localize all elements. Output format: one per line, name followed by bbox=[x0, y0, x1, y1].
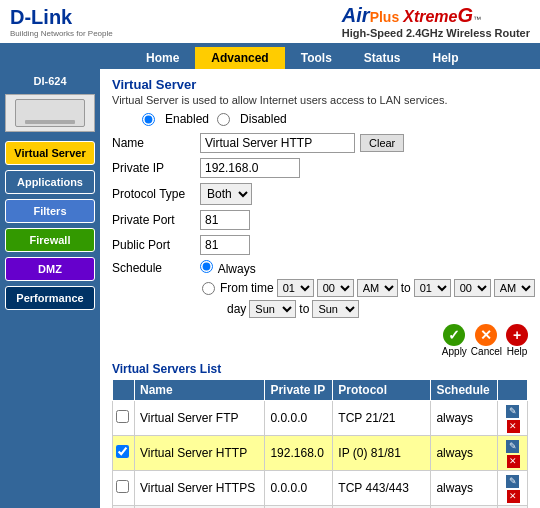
radio-disabled[interactable] bbox=[217, 113, 230, 126]
public-port-input[interactable] bbox=[200, 235, 250, 255]
protocol-label: Protocol Type bbox=[112, 187, 200, 201]
airplus-desc: High-Speed 2.4GHz Wireless Router bbox=[342, 27, 530, 39]
radio-enabled[interactable] bbox=[142, 113, 155, 126]
dlink-logo: D-Link Building Networks for People bbox=[10, 6, 113, 38]
airplus-logo: Air Plus Xtreme G ™ High-Speed 2.4GHz Wi… bbox=[342, 4, 530, 39]
col-check bbox=[113, 380, 135, 401]
help-label: Help bbox=[507, 346, 528, 357]
tm-text: ™ bbox=[473, 15, 481, 24]
row-protocol: TCP 443/443 bbox=[333, 471, 431, 506]
col-schedule: Schedule bbox=[431, 380, 498, 401]
row-edit-delete[interactable]: ✎ ✕ bbox=[498, 436, 528, 471]
row-edit-delete[interactable]: ✎ ✕ bbox=[498, 471, 528, 506]
row-checkbox-cell[interactable] bbox=[113, 401, 135, 436]
day-label: day bbox=[227, 302, 246, 316]
name-row: Name Clear bbox=[112, 133, 528, 153]
apply-label: Apply bbox=[442, 346, 467, 357]
col-protocol: Protocol bbox=[333, 380, 431, 401]
row-checkbox-cell[interactable] bbox=[113, 471, 135, 506]
from-day-select[interactable]: SunMonTueWedThuFriSat bbox=[249, 300, 296, 318]
help-button[interactable]: + Help bbox=[506, 324, 528, 357]
cancel-label: Cancel bbox=[471, 346, 502, 357]
row-name: Virtual Server HTTPS bbox=[135, 471, 265, 506]
delete-icon[interactable]: ✕ bbox=[507, 420, 520, 433]
time-label: time bbox=[251, 281, 274, 295]
public-port-label: Public Port bbox=[112, 238, 200, 252]
private-ip-label: Private IP bbox=[112, 161, 200, 175]
row-checkbox[interactable] bbox=[116, 480, 129, 493]
sidebar-item-virtual-server[interactable]: Virtual Server bbox=[5, 141, 95, 165]
always-label: Always bbox=[218, 262, 256, 276]
sidebar-item-firewall[interactable]: Firewall bbox=[5, 228, 95, 252]
from-label: From bbox=[220, 281, 248, 295]
sidebar-item-applications[interactable]: Applications bbox=[5, 170, 95, 194]
from-ampm-select[interactable]: AMPM bbox=[357, 279, 398, 297]
edit-icon[interactable]: ✎ bbox=[506, 405, 519, 418]
row-ip: 0.0.0.0 bbox=[265, 401, 333, 436]
protocol-select[interactable]: Both TCP UDP bbox=[200, 183, 252, 205]
tab-status[interactable]: Status bbox=[348, 47, 417, 69]
row-protocol: IP (0) 81/81 bbox=[333, 436, 431, 471]
row-checkbox-cell[interactable] bbox=[113, 436, 135, 471]
private-port-input[interactable] bbox=[200, 210, 250, 230]
to-ampm-select[interactable]: AMPM bbox=[494, 279, 535, 297]
protocol-row: Protocol Type Both TCP UDP bbox=[112, 183, 528, 205]
from-hour-select[interactable]: 01 bbox=[277, 279, 314, 297]
to-day-label: to bbox=[299, 302, 309, 316]
row-checkbox[interactable] bbox=[116, 410, 129, 423]
tab-home[interactable]: Home bbox=[130, 47, 195, 69]
clear-button[interactable]: Clear bbox=[360, 134, 404, 152]
section-desc: Virtual Server is used to allow Internet… bbox=[112, 94, 528, 106]
action-bar: ✓ Apply ✕ Cancel + Help bbox=[112, 324, 528, 357]
private-port-row: Private Port bbox=[112, 210, 528, 230]
col-name: Name bbox=[135, 380, 265, 401]
table-title: Virtual Servers List bbox=[112, 362, 528, 376]
row-name: Virtual Server HTTP bbox=[135, 436, 265, 471]
table-row: Virtual Server HTTPS 0.0.0.0 TCP 443/443… bbox=[113, 471, 528, 506]
tab-advanced[interactable]: Advanced bbox=[195, 47, 284, 69]
help-icon: + bbox=[506, 324, 528, 346]
edit-icon[interactable]: ✎ bbox=[506, 475, 519, 488]
air-text: Air bbox=[342, 4, 370, 27]
cancel-button[interactable]: ✕ Cancel bbox=[471, 324, 502, 357]
g-text: G bbox=[457, 4, 473, 27]
device-info: DI-624 bbox=[5, 75, 95, 87]
name-input[interactable] bbox=[200, 133, 355, 153]
row-schedule: always bbox=[431, 401, 498, 436]
tab-help[interactable]: Help bbox=[417, 47, 475, 69]
radio-from[interactable] bbox=[202, 282, 215, 295]
row-name: Virtual Server FTP bbox=[135, 401, 265, 436]
row-schedule: always bbox=[431, 471, 498, 506]
row-checkbox[interactable] bbox=[116, 445, 129, 458]
apply-button[interactable]: ✓ Apply bbox=[442, 324, 467, 357]
sidebar-item-performance[interactable]: Performance bbox=[5, 286, 95, 310]
to-hour-select[interactable]: 01 bbox=[414, 279, 451, 297]
router-image bbox=[5, 94, 95, 132]
enable-disable-row: Enabled Disabled bbox=[142, 112, 528, 126]
row-protocol: TCP 21/21 bbox=[333, 401, 431, 436]
schedule-options: Always bbox=[200, 260, 256, 276]
table-row: Virtual Server FTP 0.0.0.0 TCP 21/21 alw… bbox=[113, 401, 528, 436]
sidebar-item-dmz[interactable]: DMZ bbox=[5, 257, 95, 281]
row-edit-delete[interactable]: ✎ ✕ bbox=[498, 401, 528, 436]
tab-tools[interactable]: Tools bbox=[285, 47, 348, 69]
to-min-select[interactable]: 00 bbox=[454, 279, 491, 297]
apply-icon: ✓ bbox=[443, 324, 465, 346]
private-port-label: Private Port bbox=[112, 213, 200, 227]
private-ip-input[interactable] bbox=[200, 158, 300, 178]
to-label: to bbox=[401, 281, 411, 295]
radio-always[interactable] bbox=[200, 260, 213, 273]
to-day-select[interactable]: SunMonTueWedThuFriSat bbox=[312, 300, 359, 318]
enabled-label: Enabled bbox=[165, 112, 209, 126]
row-ip: 0.0.0.0 bbox=[265, 471, 333, 506]
edit-icon[interactable]: ✎ bbox=[506, 440, 519, 453]
from-min-select[interactable]: 00 bbox=[317, 279, 354, 297]
delete-icon[interactable]: ✕ bbox=[507, 490, 520, 503]
delete-icon[interactable]: ✕ bbox=[507, 455, 520, 468]
nav-tabs: Home Advanced Tools Status Help bbox=[0, 45, 540, 69]
sidebar-item-filters[interactable]: Filters bbox=[5, 199, 95, 223]
sidebar: DI-624 Virtual Server Applications Filte… bbox=[0, 69, 100, 508]
col-ip: Private IP bbox=[265, 380, 333, 401]
xtreme-text: Xtreme bbox=[403, 8, 457, 26]
row-schedule: always bbox=[431, 436, 498, 471]
